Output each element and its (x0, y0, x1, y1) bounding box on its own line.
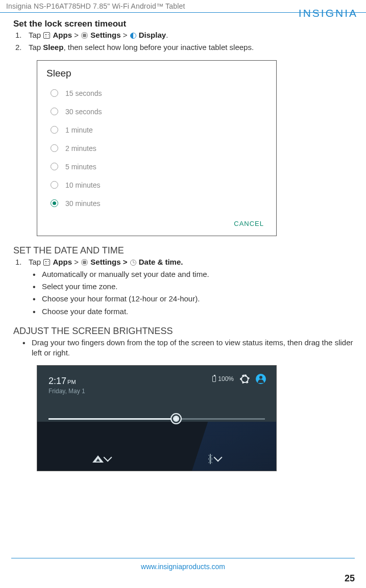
page-number: 25 (345, 573, 355, 584)
clock-icon (130, 260, 136, 266)
chevron-down-icon (104, 453, 112, 462)
sleep-option[interactable]: 30 seconds (37, 103, 276, 121)
sleep-option[interactable]: 2 minutes (37, 139, 276, 158)
apps-icon (43, 32, 50, 39)
gear-icon (81, 259, 88, 266)
lock-step-2: 2. Tap Sleep, then select how long befor… (29, 42, 356, 53)
section-date-title: SET THE DATE AND TIME (13, 245, 356, 256)
list-item: Choose your hour format (12-hour or 24-h… (42, 294, 356, 304)
footer-url: www.insigniaproducts.com (0, 563, 366, 571)
list-item: Drag your two fingers down from the top … (32, 338, 356, 359)
bright-bullets: Drag your two fingers down from the top … (13, 338, 356, 359)
battery-indicator: 100% (212, 375, 234, 382)
radio-icon (51, 108, 58, 115)
section-bright-title: ADJUST THE SCREEN BRIGHTNESS (13, 326, 356, 337)
radio-icon-selected (51, 199, 58, 207)
date-bullets: Automatically or manually set your date … (13, 269, 356, 317)
date-step-1: 1. Tap Apps > Settings > Date & time. (29, 257, 356, 267)
sleep-option[interactable]: 1 minute (37, 121, 276, 139)
sleep-dialog-title: Sleep (37, 61, 276, 84)
radio-icon (51, 89, 58, 97)
clock-date: Friday, May 1 (48, 388, 265, 395)
battery-icon (212, 376, 216, 382)
apps-icon (43, 259, 50, 266)
sleep-cancel-button[interactable]: CANCEL (37, 213, 276, 231)
sleep-option[interactable]: 10 minutes (37, 176, 276, 194)
bluetooth-icon (207, 454, 214, 464)
wifi-toggle[interactable] (92, 455, 111, 463)
slider-fill (48, 418, 176, 420)
lock-step-1: 1. Tap Apps > Settings > Display. (29, 30, 356, 40)
sleep-option[interactable]: 30 minutes (37, 194, 276, 213)
brightness-screenshot: 100% 2:17PM Friday, May 1 (37, 365, 277, 471)
list-item: Choose your date format. (42, 306, 356, 317)
bluetooth-toggle[interactable] (207, 454, 221, 464)
wifi-icon (92, 455, 104, 463)
section-lock-title: Set the lock screen timeout (13, 19, 356, 29)
brightness-slider[interactable] (48, 412, 265, 426)
list-item: Automatically or manually set your date … (42, 269, 356, 279)
date-steps: 1. Tap Apps > Settings > Date & time. (13, 257, 356, 267)
sleep-option[interactable]: 15 seconds (37, 84, 276, 103)
header-product: Insignia NS-P16AT785HD 7.85" Wi-Fi Andro… (6, 2, 185, 10)
display-icon (130, 33, 136, 39)
radio-icon (51, 126, 58, 134)
profile-icon[interactable] (256, 374, 266, 384)
lock-steps: 1. Tap Apps > Settings > Display. 2. Tap… (13, 30, 356, 53)
sleep-screenshot: Sleep 15 seconds 30 seconds 1 minute 2 m… (37, 60, 277, 236)
list-item: Select your time zone. (42, 282, 356, 292)
footer-rule (11, 558, 355, 558)
statusbar-icons: 100% (212, 374, 266, 384)
slider-thumb-icon[interactable] (170, 413, 182, 424)
sleep-option[interactable]: 5 minutes (37, 158, 276, 176)
radio-icon (51, 163, 58, 170)
settings-icon[interactable] (241, 375, 249, 383)
radio-icon (51, 144, 58, 152)
gear-icon (81, 32, 88, 39)
chevron-down-icon (214, 453, 223, 462)
brand-logo: INSIGNIA (299, 7, 358, 19)
radio-icon (51, 181, 58, 189)
